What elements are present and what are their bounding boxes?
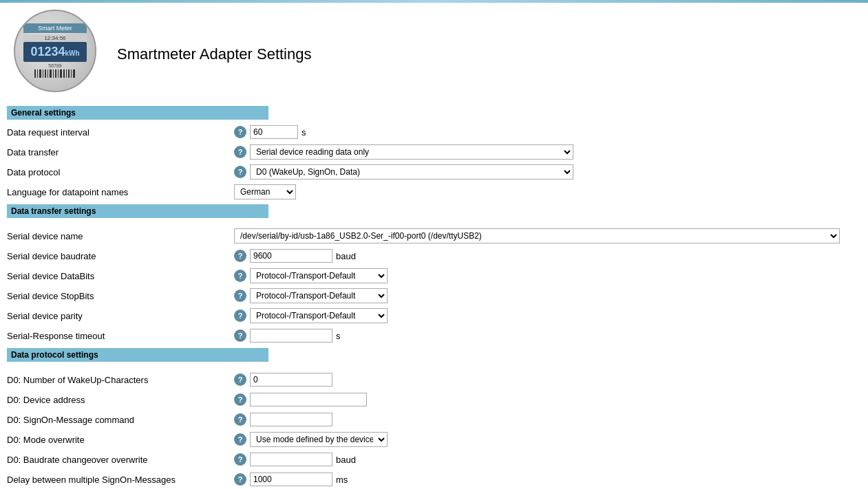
header: Smart Meter 12:34:56 01234kWh 56789 — [0, 3, 868, 106]
svg-rect-1 — [37, 69, 38, 78]
logo-display: 01234kWh — [23, 42, 87, 62]
row-baudrate: Serial device baudrate ? baud — [7, 248, 861, 264]
row-databits: Serial device DataBits ? Protocol-/Trans… — [7, 268, 861, 284]
svg-rect-15 — [73, 69, 75, 78]
label-databits: Serial device DataBits — [7, 271, 234, 281]
label-delay-signon: Delay between multiple SignOn-Messages — [7, 475, 234, 485]
help-wakeup-chars[interactable]: ? — [234, 373, 246, 386]
logo-reading: 01234 — [30, 45, 65, 58]
label-serial-device-name: Serial device name — [7, 231, 234, 241]
help-stopbits[interactable]: ? — [234, 290, 246, 302]
label-wakeup-chars: D0: Number of WakeUp-Characters — [7, 375, 234, 385]
input-device-address[interactable] — [250, 393, 367, 406]
svg-rect-7 — [53, 69, 54, 78]
logo-circle: Smart Meter 12:34:56 01234kWh 56789 — [14, 10, 96, 92]
label-baudrate: Serial device baudrate — [7, 251, 234, 261]
svg-rect-10 — [60, 69, 62, 78]
unit-response-timeout: s — [336, 331, 341, 341]
input-signon-command[interactable] — [250, 413, 332, 426]
label-mode-overwrite: D0: Mode overwrite — [7, 435, 234, 445]
logo-brand: Smart Meter — [23, 23, 87, 33]
logo-time: 12:34:56 — [23, 34, 87, 42]
input-baudrate[interactable] — [250, 249, 332, 263]
label-baudrate-changeover: D0: Baudrate changeover overwrite — [7, 455, 234, 465]
logo-unit: kWh — [65, 50, 79, 57]
row-signon-command: D0: SignOn-Message command ? — [7, 411, 861, 428]
general-settings-header: General settings — [7, 106, 268, 120]
help-response-timeout[interactable]: ? — [234, 329, 246, 342]
input-wakeup-chars[interactable] — [250, 373, 332, 387]
help-data-transfer[interactable]: ? — [234, 146, 246, 158]
logo-sub: 56789 — [23, 63, 87, 68]
input-delay-signon[interactable] — [250, 472, 332, 486]
row-device-address: D0: Device address ? — [7, 391, 861, 408]
label-parity: Serial device parity — [7, 311, 234, 321]
input-baudrate-changeover[interactable] — [250, 453, 332, 466]
help-delay-signon[interactable]: ? — [234, 473, 246, 486]
label-data-request-interval: Data request interval — [7, 127, 234, 138]
unit-data-request-interval: s — [301, 127, 306, 138]
row-data-request-interval: Data request interval ? s — [7, 124, 861, 140]
svg-rect-0 — [34, 69, 36, 78]
help-data-protocol[interactable]: ? — [234, 166, 246, 178]
svg-rect-3 — [43, 69, 43, 78]
row-data-transfer: Data transfer ? Serial device reading da… — [7, 144, 861, 160]
logo-barcode — [34, 69, 76, 78]
unit-delay-signon: ms — [336, 475, 348, 485]
row-mode-overwrite: D0: Mode overwrite ? Use mode defined by… — [7, 431, 861, 448]
label-response-timeout: Serial-Response timeout — [7, 331, 234, 341]
svg-rect-4 — [45, 69, 46, 78]
help-data-request-interval[interactable]: ? — [234, 126, 246, 138]
label-data-transfer: Data transfer — [7, 147, 234, 157]
select-data-transfer[interactable]: Serial device reading data only Serial d… — [250, 144, 573, 160]
input-response-timeout[interactable] — [250, 329, 332, 343]
select-language[interactable]: German English — [234, 184, 296, 199]
select-mode-overwrite[interactable]: Use mode defined by the device Mode A Mo… — [250, 432, 388, 447]
help-parity[interactable]: ? — [234, 309, 246, 322]
help-device-address[interactable]: ? — [234, 393, 246, 406]
row-wakeup-chars: D0: Number of WakeUp-Characters ? — [7, 371, 861, 388]
main-content: General settings Data request interval ?… — [0, 106, 868, 489]
svg-rect-6 — [50, 69, 52, 78]
label-signon-command: D0: SignOn-Message command — [7, 415, 234, 425]
help-baudrate[interactable]: ? — [234, 250, 246, 262]
select-databits[interactable]: Protocol-/Transport-Default 7 8 — [250, 268, 388, 283]
help-databits[interactable]: ? — [234, 270, 246, 282]
svg-rect-13 — [68, 69, 70, 78]
svg-rect-12 — [66, 69, 67, 78]
label-data-protocol: Data protocol — [7, 167, 234, 177]
svg-rect-5 — [47, 69, 48, 78]
row-serial-device-name: Serial device name /dev/serial/by-id/usb… — [7, 228, 861, 244]
row-language: Language for datapoint names German Engl… — [7, 184, 861, 200]
svg-rect-2 — [39, 69, 41, 78]
help-baudrate-changeover[interactable]: ? — [234, 453, 246, 466]
page-title: Smartmeter Adapter Settings — [117, 45, 311, 63]
unit-baudrate-changeover: baud — [336, 455, 356, 465]
input-data-request-interval[interactable] — [250, 125, 298, 139]
row-delay-signon: Delay between multiple SignOn-Messages ?… — [7, 471, 861, 488]
row-response-timeout: Serial-Response timeout ? s — [7, 327, 861, 344]
data-transfer-settings-header: Data transfer settings — [7, 204, 268, 218]
label-language: Language for datapoint names — [7, 187, 234, 197]
unit-baudrate: baud — [336, 251, 356, 261]
svg-rect-8 — [55, 69, 56, 78]
help-mode-overwrite[interactable]: ? — [234, 433, 246, 446]
row-baudrate-changeover: D0: Baudrate changeover overwrite ? baud — [7, 451, 861, 468]
data-protocol-settings-header: Data protocol settings — [7, 348, 268, 362]
select-serial-device-name[interactable]: /dev/serial/by-id/usb-1a86_USB2.0-Ser_-i… — [234, 228, 840, 243]
select-stopbits[interactable]: Protocol-/Transport-Default 1 2 — [250, 288, 388, 303]
label-stopbits: Serial device StopBits — [7, 291, 234, 301]
svg-rect-11 — [63, 69, 65, 78]
label-device-address: D0: Device address — [7, 395, 234, 405]
help-signon-command[interactable]: ? — [234, 413, 246, 426]
select-data-protocol[interactable]: D0 (WakeUp, SignOn, Data) SML DLMS/COSEM — [250, 164, 573, 180]
select-parity[interactable]: Protocol-/Transport-Default None Even Od… — [250, 308, 388, 323]
svg-rect-14 — [71, 69, 72, 78]
barcode-svg — [34, 69, 76, 78]
logo-container: Smart Meter 12:34:56 01234kWh 56789 — [14, 10, 103, 99]
svg-rect-9 — [58, 69, 59, 78]
row-stopbits: Serial device StopBits ? Protocol-/Trans… — [7, 287, 861, 304]
row-parity: Serial device parity ? Protocol-/Transpo… — [7, 307, 861, 324]
row-data-protocol: Data protocol ? D0 (WakeUp, SignOn, Data… — [7, 164, 861, 180]
